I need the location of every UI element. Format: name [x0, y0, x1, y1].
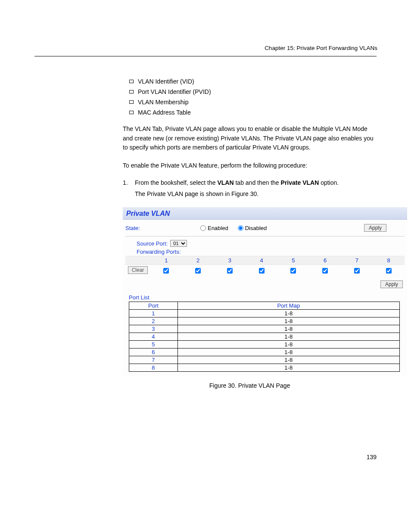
- port-checkbox-7[interactable]: [354, 268, 360, 274]
- port-list-label: Port List: [129, 294, 405, 301]
- port-cell: 5: [129, 341, 178, 348]
- map-cell: 1-8: [177, 325, 399, 333]
- port-header: 7: [341, 256, 373, 264]
- map-cell: 1-8: [177, 364, 399, 372]
- bullet-item: VLAN Membership: [129, 99, 377, 106]
- forwarding-ports-grid: 1 2 3 4 5 6 7 8 Clear: [125, 256, 405, 275]
- state-radio-group: Enabled Disabled: [200, 225, 267, 231]
- port-col-header: Port: [129, 302, 178, 310]
- clear-button[interactable]: Clear: [128, 266, 148, 274]
- port-checkbox-2[interactable]: [195, 268, 201, 274]
- text-fragment: option.: [319, 179, 339, 186]
- apply-state-button[interactable]: Apply: [364, 224, 386, 232]
- text-bold: Private VLAN: [281, 179, 319, 186]
- map-cell: 1-8: [177, 356, 399, 364]
- table-row: 21-8: [129, 317, 400, 325]
- port-header: 5: [277, 256, 309, 264]
- map-cell: 1-8: [177, 348, 399, 356]
- step-text: From the bookshelf, select the VLAN tab …: [135, 179, 339, 186]
- step-number: 1.: [123, 179, 131, 186]
- port-cell: 8: [129, 364, 178, 372]
- bullet-item: Port VLAN Identifier (PVID): [129, 88, 377, 95]
- figure-caption: Figure 30. Private VLAN Page: [123, 382, 377, 389]
- panel-titlebar: Private VLAN: [123, 207, 407, 220]
- paragraph: To enable the Private VLAN feature, perf…: [123, 161, 377, 171]
- radio-disabled-input[interactable]: [238, 225, 243, 231]
- port-cell: 7: [129, 356, 178, 364]
- text-bold: VLAN: [217, 179, 234, 186]
- port-cell: 1: [129, 310, 178, 317]
- port-checkbox-3[interactable]: [227, 268, 233, 274]
- private-vlan-screenshot: Private VLAN State: Enabled Disabled App…: [123, 207, 407, 376]
- table-row: 31-8: [129, 325, 400, 333]
- map-cell: 1-8: [177, 310, 399, 317]
- portmap-col-header: Port Map: [177, 302, 399, 310]
- port-header: 1: [150, 256, 182, 264]
- page-header-right: Chapter 15: Private Port Forwarding VLAN…: [265, 45, 377, 51]
- port-header: 2: [182, 256, 214, 264]
- forwarding-ports-label: Forwarding Ports:: [137, 249, 405, 255]
- port-header: 4: [246, 256, 277, 264]
- state-label: State:: [125, 225, 140, 231]
- bullet-item: VLAN Identifier (VID): [129, 78, 377, 85]
- step: 1. From the bookshelf, select the VLAN t…: [123, 179, 377, 186]
- port-checkbox-1[interactable]: [163, 268, 169, 274]
- bullet-square-icon: [129, 100, 134, 104]
- paragraph: The Private VLAN page is shown in Figure…: [135, 190, 377, 199]
- radio-enabled[interactable]: Enabled: [200, 225, 228, 231]
- page-number: 139: [0, 454, 377, 460]
- source-port-select[interactable]: 01: [170, 240, 187, 247]
- radio-disabled-label: Disabled: [245, 225, 267, 231]
- table-row: 71-8: [129, 356, 400, 364]
- bullet-item: MAC Address Table: [129, 109, 377, 116]
- bullet-square-icon: [129, 90, 134, 93]
- port-header-row: 1 2 3 4 5 6 7 8: [125, 256, 405, 265]
- port-header: 3: [214, 256, 246, 264]
- radio-enabled-input[interactable]: [200, 225, 206, 231]
- port-header: 8: [373, 256, 405, 264]
- source-port-row: Source Port: 01: [137, 240, 405, 247]
- port-checkbox-8[interactable]: [386, 268, 392, 274]
- port-list-table: Port Port Map 11-8 21-8 31-8 41-8 51-8 6…: [129, 302, 400, 372]
- bullet-text: VLAN Identifier (VID): [138, 78, 194, 85]
- port-header: 6: [309, 256, 341, 264]
- table-row: 11-8: [129, 310, 400, 317]
- bullet-text: MAC Address Table: [138, 109, 191, 116]
- port-cell: 4: [129, 333, 178, 341]
- bullet-square-icon: [129, 111, 134, 114]
- table-row: 41-8: [129, 333, 400, 341]
- header-rule: [34, 56, 377, 56]
- map-cell: 1-8: [177, 333, 399, 341]
- apply-ports-button[interactable]: Apply: [380, 280, 403, 288]
- apply-row: Apply: [125, 275, 405, 292]
- table-row: 51-8: [129, 341, 400, 348]
- bullet-text: Port VLAN Identifier (PVID): [138, 88, 211, 95]
- table-row: 61-8: [129, 348, 400, 356]
- radio-disabled[interactable]: Disabled: [238, 225, 267, 231]
- radio-enabled-label: Enabled: [208, 225, 228, 231]
- port-checkbox-6[interactable]: [322, 268, 328, 274]
- map-cell: 1-8: [177, 317, 399, 325]
- port-cell: 3: [129, 325, 178, 333]
- bullet-text: VLAN Membership: [138, 99, 189, 106]
- port-cell: 2: [129, 317, 178, 325]
- panel-title: Private VLAN: [126, 210, 170, 217]
- source-port-label: Source Port:: [137, 240, 168, 247]
- bullet-square-icon: [129, 80, 134, 83]
- port-checkbox-5[interactable]: [290, 268, 296, 274]
- map-cell: 1-8: [177, 341, 399, 348]
- port-cell: 6: [129, 348, 178, 356]
- text-fragment: From the bookshelf, select the: [135, 179, 217, 186]
- table-row: 81-8: [129, 364, 400, 372]
- port-checkbox-4[interactable]: [259, 268, 265, 274]
- port-checkbox-row: Clear: [125, 265, 405, 275]
- state-row: State: Enabled Disabled Apply: [125, 224, 405, 236]
- text-fragment: tab and then the: [234, 179, 281, 186]
- paragraph: The VLAN Tab, Private VLAN page allows y…: [123, 124, 377, 152]
